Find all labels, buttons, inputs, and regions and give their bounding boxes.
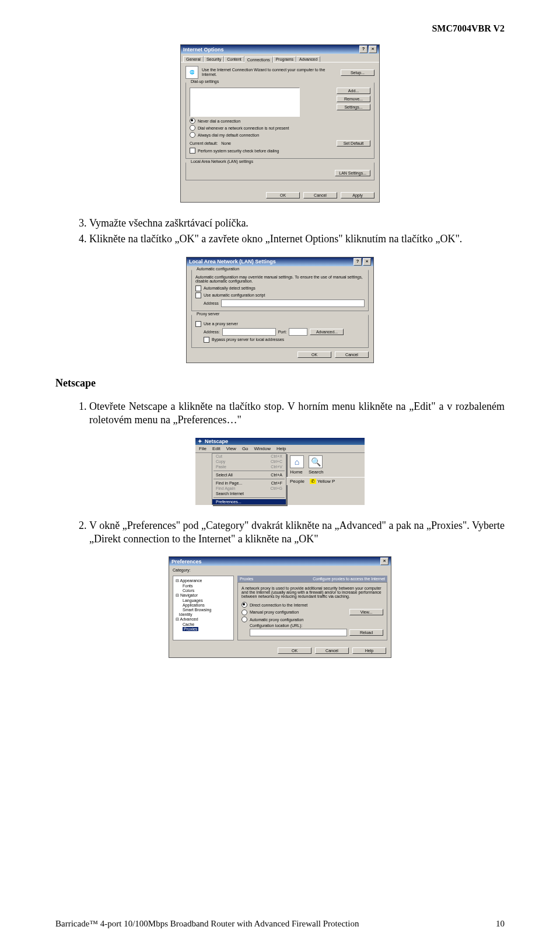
- people-button[interactable]: People: [290, 479, 304, 484]
- menu-find[interactable]: Find in Page...Ctrl+F: [212, 480, 286, 486]
- auto-detect-checkbox[interactable]: [195, 285, 201, 291]
- set-default-button[interactable]: Set Default: [337, 140, 370, 147]
- document-page: SMC7004VBR V2 Internet Options ? × Gener…: [0, 0, 560, 944]
- use-script-checkbox[interactable]: [195, 292, 201, 298]
- radio-dial-nonet[interactable]: [190, 125, 195, 131]
- config-url-input[interactable]: [250, 629, 347, 636]
- step-3: Vymažte všechna zaškrtávací políčka.: [89, 217, 505, 230]
- reload-button[interactable]: Reload: [349, 629, 383, 636]
- radio-never-dial[interactable]: [190, 118, 195, 124]
- footer-text: Barricade™ 4-port 10/100Mbps Broadband R…: [55, 919, 359, 929]
- setup-button[interactable]: Setup...: [341, 69, 374, 76]
- menu-copy[interactable]: CopyCtrl+C: [212, 459, 286, 464]
- pref-help-button[interactable]: Help: [352, 647, 386, 654]
- menu-file[interactable]: File: [199, 446, 206, 451]
- menu-help[interactable]: Help: [276, 446, 286, 451]
- step-4: Klikněte na tlačítko „OK" a zavřete okno…: [89, 232, 505, 246]
- figure-preferences: Preferences × Category: ⊟ Appearance Fon…: [55, 556, 505, 658]
- menu-search-internet[interactable]: Search Internet: [212, 491, 286, 496]
- close-icon[interactable]: ×: [369, 46, 377, 53]
- figure-netscape-menu: ✦Netscape File Edit View Go Window Help …: [55, 438, 505, 505]
- tree-proxies[interactable]: Proxies: [183, 627, 198, 631]
- menu-select-all[interactable]: Select AllCtrl+A: [212, 472, 286, 478]
- tab-security[interactable]: Security: [204, 56, 224, 62]
- pref-cancel-button[interactable]: Cancel: [315, 647, 349, 654]
- radio-always-dial[interactable]: [190, 132, 195, 138]
- help-icon[interactable]: ?: [354, 258, 362, 266]
- radio-direct[interactable]: [242, 602, 247, 608]
- tab-programs[interactable]: Programs: [273, 56, 296, 62]
- menu-find-again[interactable]: Find AgainCtrl+G: [212, 486, 286, 491]
- tab-content[interactable]: Content: [224, 56, 244, 62]
- lan-cancel-button[interactable]: Cancel: [335, 351, 369, 358]
- ordered-list-3: V okně „Preferences" pod „Category" dvak…: [66, 519, 505, 546]
- category-tree[interactable]: ⊟ Appearance Fonts Colors ⊟ Navigator La…: [173, 576, 234, 640]
- lan-group-label: Local Area Network (LAN) settings: [190, 159, 254, 163]
- yellowpages-button[interactable]: Yellow P: [317, 479, 335, 484]
- proxy-port-input[interactable]: [289, 328, 307, 336]
- panel-subtitle: Configure proxies to access the Internet: [313, 577, 385, 581]
- view-button[interactable]: View...: [349, 609, 383, 615]
- globe-icon: 🌐: [186, 66, 198, 79]
- proxy-desc: A network proxy is used to provide addit…: [242, 586, 383, 598]
- menu-paste[interactable]: PasteCtrl+V: [212, 464, 286, 469]
- netscape-step-1: Otevřete Netscape a klikněte na tlačítko…: [89, 400, 505, 427]
- panel-title: Proxies: [240, 577, 253, 581]
- figure-lan-settings: Local Area Network (LAN) Settings ? × Au…: [55, 257, 505, 363]
- menu-view[interactable]: View: [226, 446, 236, 451]
- page-footer: Barricade™ 4-port 10/100Mbps Broadband R…: [55, 919, 505, 929]
- dialup-group-label: Dial-up settings: [190, 79, 220, 83]
- io-cancel-button[interactable]: Cancel: [303, 192, 337, 198]
- syscheck-checkbox[interactable]: [190, 148, 195, 154]
- menu-go[interactable]: Go: [242, 446, 249, 451]
- lan-settings-button[interactable]: LAN Settings...: [335, 170, 370, 176]
- close-icon[interactable]: ×: [363, 258, 371, 266]
- dialup-listbox[interactable]: [190, 88, 300, 117]
- menu-edit[interactable]: Edit: [212, 446, 220, 451]
- ordered-list-1: Vymažte všechna zaškrtávací políčka. Kli…: [66, 217, 505, 246]
- proxy-address-input[interactable]: [222, 328, 276, 336]
- lan-title: Local Area Network (LAN) Settings: [189, 259, 276, 264]
- remove-button[interactable]: Remove...: [337, 96, 370, 102]
- menu-window[interactable]: Window: [254, 446, 271, 451]
- figure-internet-options: Internet Options ? × General Security Co…: [55, 44, 505, 203]
- pref-title: Preferences: [172, 559, 202, 565]
- search-icon[interactable]: 🔍Search: [309, 455, 321, 475]
- netscape-step-2: V okně „Preferences" pod „Category" dvak…: [89, 519, 505, 546]
- script-address-input[interactable]: [221, 299, 365, 307]
- menu-cut[interactable]: CutCtrl+X: [212, 454, 286, 459]
- current-default-value: None: [221, 141, 231, 145]
- settings-button[interactable]: Settings...: [337, 104, 370, 110]
- proxy-advanced-button[interactable]: Advanced...: [310, 329, 344, 335]
- radio-auto-proxy[interactable]: [242, 616, 247, 622]
- internet-options-dialog: Internet Options ? × General Security Co…: [180, 44, 380, 203]
- help-icon[interactable]: ?: [359, 46, 368, 53]
- ordered-list-2: Otevřete Netscape a klikněte na tlačítko…: [66, 400, 505, 427]
- category-label: Category:: [169, 566, 391, 572]
- io-ok-button[interactable]: OK: [266, 192, 300, 198]
- pref-ok-button[interactable]: OK: [278, 647, 312, 654]
- close-icon[interactable]: ×: [380, 558, 388, 565]
- netscape-heading: Netscape: [55, 377, 505, 389]
- header-model: SMC7004VBR V2: [55, 23, 505, 34]
- tab-general[interactable]: General: [183, 56, 204, 62]
- auto-group-label: Automatic configuration: [195, 267, 240, 271]
- tab-advanced[interactable]: Advanced: [296, 56, 320, 62]
- current-default-label: Current default:: [190, 141, 218, 145]
- radio-manual[interactable]: [242, 609, 247, 615]
- add-button[interactable]: Add...: [337, 88, 370, 94]
- lan-ok-button[interactable]: OK: [298, 351, 331, 358]
- yellowpages-icon[interactable]: ✆: [310, 479, 316, 484]
- bypass-checkbox[interactable]: [204, 337, 209, 343]
- ns-app-title: Netscape: [205, 438, 228, 444]
- netscape-window: ✦Netscape File Edit View Go Window Help …: [195, 438, 365, 505]
- preferences-dialog: Preferences × Category: ⊟ Appearance Fon…: [169, 556, 391, 658]
- use-proxy-checkbox[interactable]: [195, 321, 201, 327]
- netscape-icon: ✦: [198, 438, 202, 444]
- page-number: 10: [496, 919, 505, 929]
- io-apply-button[interactable]: Apply: [341, 192, 374, 198]
- home-icon[interactable]: ⌂Home: [290, 455, 303, 475]
- tab-connections[interactable]: Connections: [244, 57, 273, 62]
- edit-dropdown: CutCtrl+X CopyCtrl+C PasteCtrl+V Select …: [212, 453, 286, 505]
- menu-preferences[interactable]: Preferences...: [212, 499, 286, 504]
